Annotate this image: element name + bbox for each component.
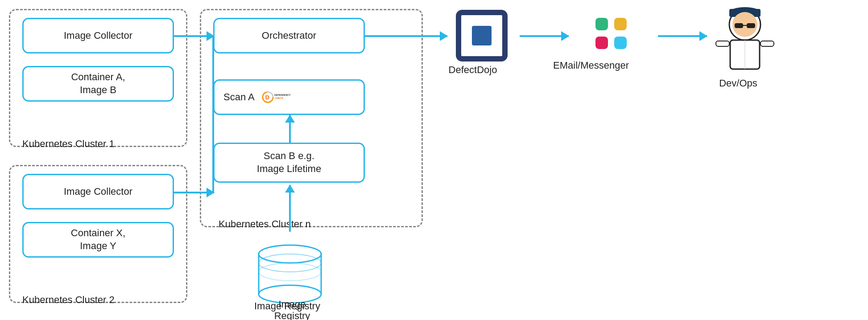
k8s-cluster-n-label: Kubernetes Cluster n xyxy=(219,218,311,230)
defectdojo-label: DefectDojo xyxy=(437,64,508,76)
image-collector-2-box: Image Collector xyxy=(22,174,174,209)
svg-text:DEPENDENCY: DEPENDENCY xyxy=(274,94,291,96)
image-registry-text: ImageRegistry xyxy=(259,299,326,320)
image-collector-2-label: Image Collector xyxy=(64,185,132,198)
arrow-collector1-orchestrator xyxy=(174,35,214,37)
svg-rect-15 xyxy=(614,37,627,49)
dependency-check-logo: D DEPENDENCY ·CHECK xyxy=(260,88,291,106)
devops-container: Dev/Ops xyxy=(705,4,785,89)
scan-a-box: Scan A D DEPENDENCY ·CHECK xyxy=(213,79,365,115)
image-registry: Image Registry xyxy=(254,236,326,305)
container-a-label: Container A, Image B xyxy=(71,71,125,96)
container-x-box: Container X, Image Y xyxy=(22,222,174,258)
arrow-orchestrator-defectdojo xyxy=(365,35,447,37)
svg-rect-23 xyxy=(747,23,755,28)
svg-rect-17 xyxy=(595,29,627,37)
k8s-cluster-1-label: Kubernetes Cluster 1 xyxy=(22,138,115,150)
arrow-scanb-scana xyxy=(289,115,291,143)
svg-rect-13 xyxy=(614,18,627,30)
svg-rect-16 xyxy=(607,18,615,49)
scan-a-label: Scan A xyxy=(223,91,255,104)
container-a-box: Container A, Image B xyxy=(22,66,174,102)
svg-rect-28 xyxy=(761,41,774,46)
svg-text:·CHECK: ·CHECK xyxy=(274,97,283,99)
svg-rect-12 xyxy=(595,18,608,30)
devops-label: Dev/Ops xyxy=(698,78,778,89)
svg-rect-14 xyxy=(595,37,608,49)
defectdojo-container: DefectDojo xyxy=(446,9,517,76)
orchestrator-box: Orchestrator xyxy=(213,18,365,53)
svg-rect-27 xyxy=(716,41,729,46)
arrow-collector2-v xyxy=(212,36,214,193)
container-x-label: Container X, Image Y xyxy=(71,227,125,252)
arrow-collector2-h xyxy=(174,192,214,193)
email-messenger-container: EMail/Messenger xyxy=(566,9,656,71)
arrow-defectdojo-email xyxy=(520,35,569,37)
k8s-cluster-2-label: Kubernetes Cluster 2 xyxy=(22,294,115,306)
arrow-email-devops xyxy=(658,35,707,37)
scan-b-label: Scan B e.g. Image Lifetime xyxy=(257,150,321,175)
scan-b-box: Scan B e.g. Image Lifetime xyxy=(213,143,365,183)
orchestrator-label: Orchestrator xyxy=(262,29,316,42)
architecture-diagram: Kubernetes Cluster 1 Image Collector Con… xyxy=(0,0,868,320)
arrow-registry-scanb xyxy=(289,185,291,232)
svg-text:D: D xyxy=(265,94,269,101)
image-collector-1-box: Image Collector xyxy=(22,18,174,53)
email-messenger-label: EMail/Messenger xyxy=(546,60,636,71)
image-collector-1-label: Image Collector xyxy=(64,29,132,42)
svg-rect-11 xyxy=(472,26,492,45)
